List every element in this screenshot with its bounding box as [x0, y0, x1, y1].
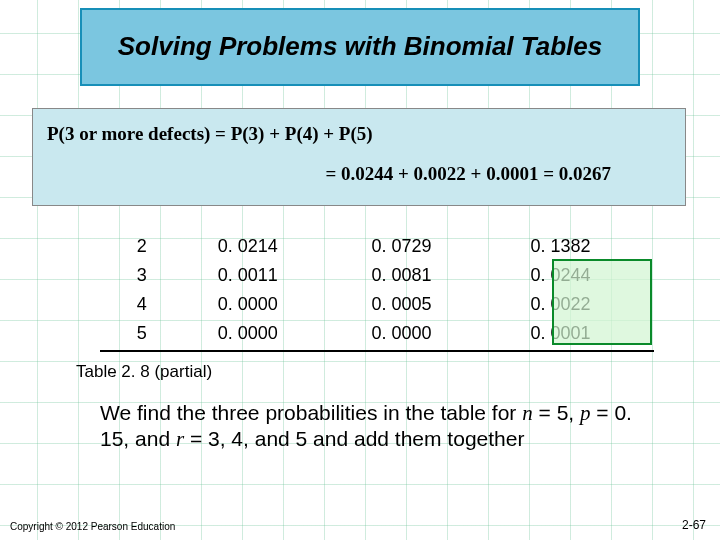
cell-c3: 0. 0022: [481, 290, 640, 319]
slide-title-box: Solving Problems with Binomial Tables: [80, 8, 640, 86]
table-row: 3 0. 0011 0. 0081 0. 0244: [110, 261, 640, 290]
cell-c2: 0. 0000: [322, 319, 481, 348]
equation-box: P(3 or more defects) = P(3) + P(4) + P(5…: [32, 108, 686, 206]
cell-r: 3: [110, 261, 174, 290]
cell-c3: 0. 0001: [481, 319, 640, 348]
table-divider: [100, 350, 654, 352]
cell-c1: 0. 0214: [174, 232, 322, 261]
cell-c2: 0. 0005: [322, 290, 481, 319]
cell-c2: 0. 0729: [322, 232, 481, 261]
cell-r: 5: [110, 319, 174, 348]
body-fragment: We find the three probabilities in the t…: [100, 401, 522, 424]
cell-r: 2: [110, 232, 174, 261]
slide: Solving Problems with Binomial Tables P(…: [0, 0, 720, 540]
table-row: 2 0. 0214 0. 0729 0. 1382: [110, 232, 640, 261]
cell-c1: 0. 0011: [174, 261, 322, 290]
cell-c1: 0. 0000: [174, 319, 322, 348]
cell-r: 4: [110, 290, 174, 319]
body-fragment: = 5,: [533, 401, 580, 424]
equation-line-2: = 0.0244 + 0.0022 + 0.0001 = 0.0267: [47, 163, 671, 185]
var-p: p: [580, 401, 591, 425]
cell-c3: 0. 0244: [481, 261, 640, 290]
slide-title: Solving Problems with Binomial Tables: [118, 32, 602, 62]
cell-c1: 0. 0000: [174, 290, 322, 319]
cell-c3: 0. 1382: [481, 232, 640, 261]
var-r: r: [176, 427, 184, 451]
body-paragraph: We find the three probabilities in the t…: [100, 400, 660, 453]
table-row: 5 0. 0000 0. 0000 0. 0001: [110, 319, 640, 348]
table-row: 4 0. 0000 0. 0005 0. 0022: [110, 290, 640, 319]
body-fragment: = 3, 4, and 5 and add them together: [184, 427, 524, 450]
data-table: 2 0. 0214 0. 0729 0. 1382 3 0. 0011 0. 0…: [110, 232, 640, 348]
equation-line-1: P(3 or more defects) = P(3) + P(4) + P(5…: [47, 123, 671, 145]
copyright: Copyright © 2012 Pearson Education: [10, 521, 175, 532]
var-n: n: [522, 401, 533, 425]
table-caption: Table 2. 8 (partial): [76, 362, 212, 382]
page-number: 2-67: [682, 518, 706, 532]
cell-c2: 0. 0081: [322, 261, 481, 290]
